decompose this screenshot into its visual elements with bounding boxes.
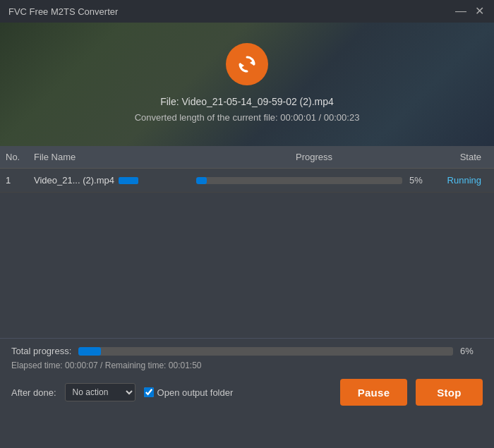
file-table: No. File Name Progress State 1 Video_21.… [0, 146, 494, 338]
minimize-button[interactable]: — [454, 6, 467, 17]
open-folder-label: Open output folder [157, 387, 234, 398]
col-header-state: State [432, 152, 488, 162]
hero-info: File: Video_21-05-14_09-59-02 (2).mp4 Co… [135, 94, 360, 126]
actions-row: After done: No action Open folder Shut d… [11, 379, 483, 416]
close-button[interactable]: ✕ [473, 6, 486, 17]
pause-button[interactable]: Pause [340, 379, 407, 406]
row-progress-bar-fill [196, 177, 207, 184]
after-done-label: After done: [11, 387, 56, 398]
svg-marker-1 [240, 63, 244, 68]
mini-progress-bar [119, 177, 138, 184]
elapsed-row: Elapsed time: 00:00:07 / Remaining time:… [11, 361, 483, 370]
after-done-select[interactable]: No action Open folder Shut down Hibernat… [65, 383, 135, 401]
current-file-label: File: Video_21-05-14_09-59-02 (2).mp4 [135, 94, 360, 111]
open-folder-wrap: Open output folder [144, 387, 234, 398]
col-header-filename: File Name [34, 152, 196, 162]
row-no: 1 [6, 175, 34, 186]
open-folder-checkbox[interactable] [144, 387, 154, 397]
col-header-no: No. [6, 152, 34, 162]
row-filename: Video_21... (2).mp4 [34, 175, 114, 186]
window-controls: — ✕ [454, 6, 486, 17]
elapsed-label: Elapsed time: 00:00:07 / Remaining time:… [11, 361, 202, 370]
hero-section: File: Video_21-05-14_09-59-02 (2).mp4 Co… [0, 23, 494, 146]
table-row: 1 Video_21... (2).mp4 5% Running [0, 169, 494, 193]
app-title: FVC Free M2TS Converter [8, 6, 118, 17]
row-state: Running [432, 175, 488, 186]
total-progress-label: Total progress: [11, 346, 71, 356]
stop-button[interactable]: Stop [416, 379, 483, 406]
total-progress-row: Total progress: 6% [11, 346, 483, 356]
bottom-panel: Total progress: 6% Elapsed time: 00:00:0… [0, 338, 494, 416]
title-bar: FVC Free M2TS Converter — ✕ [0, 0, 494, 23]
row-progress-cell: 5% [196, 175, 432, 186]
converted-length-label: Converted length of the current file: 00… [135, 110, 360, 126]
table-body: 1 Video_21... (2).mp4 5% Running [0, 169, 494, 338]
total-progress-bar-fill [78, 347, 101, 356]
total-progress-bar-wrap [78, 347, 453, 356]
row-progress-bar-wrap [196, 177, 402, 184]
row-progress-pct: 5% [409, 175, 432, 186]
total-progress-pct: 6% [460, 346, 483, 356]
convert-icon [226, 43, 268, 85]
row-filename-cell: Video_21... (2).mp4 [34, 175, 196, 186]
col-header-progress: Progress [196, 152, 432, 162]
table-header: No. File Name Progress State [0, 146, 494, 169]
svg-marker-0 [250, 60, 254, 66]
